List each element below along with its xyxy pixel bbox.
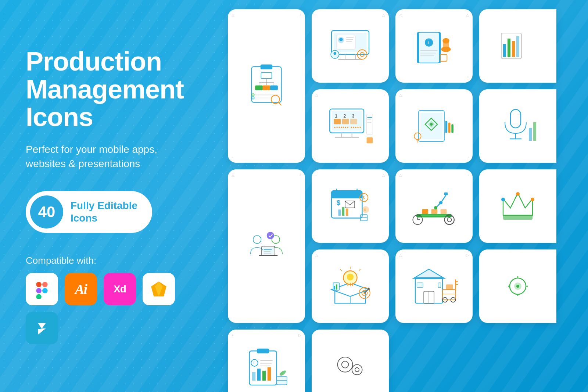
svg-point-34 (339, 38, 343, 41)
svg-text:i: i (427, 40, 429, 45)
svg-rect-0 (36, 282, 42, 287)
svg-point-81 (430, 123, 433, 126)
svg-rect-149 (334, 286, 335, 289)
svg-rect-187 (257, 369, 261, 381)
svg-rect-1 (42, 282, 48, 287)
illustrator-icon: Ai (65, 273, 97, 305)
svg-point-24 (252, 97, 254, 99)
svg-rect-57 (516, 36, 519, 57)
sketch-icon (143, 273, 175, 305)
svg-text:$: $ (362, 196, 365, 200)
svg-rect-162 (417, 283, 423, 288)
card-report-clipboard: + ▷ i (228, 330, 305, 392)
svg-point-125 (447, 218, 451, 222)
svg-point-51 (442, 38, 449, 44)
svg-rect-122 (431, 209, 438, 214)
svg-point-82 (414, 133, 421, 140)
app-icons-list: Ai Xd (26, 273, 187, 344)
svg-point-97 (267, 232, 274, 239)
card-monitor-profile: ◦ △ (312, 9, 389, 83)
svg-text:★★★: ★★★ (342, 126, 349, 129)
svg-rect-11 (261, 65, 273, 69)
svg-rect-103 (331, 194, 362, 198)
figma-icon (26, 273, 58, 305)
count-pill: 40 Fully Editable Icons (26, 191, 152, 233)
svg-rect-109 (342, 207, 345, 216)
svg-point-136 (516, 192, 520, 196)
svg-rect-68 (350, 119, 357, 125)
card-assembly-line: △ ◦ (395, 169, 473, 243)
card-microphone-partial (479, 89, 556, 163)
svg-text:$: $ (337, 199, 341, 206)
svg-rect-189 (268, 367, 271, 381)
svg-rect-52 (440, 54, 447, 61)
svg-marker-159 (413, 269, 444, 278)
svg-text:1: 1 (335, 114, 337, 119)
card-info-book: ◁ △ + i (395, 9, 473, 83)
svg-marker-134 (503, 193, 533, 215)
svg-line-146 (359, 269, 361, 271)
svg-rect-186 (252, 372, 255, 381)
svg-point-174 (516, 285, 519, 288)
svg-line-145 (340, 269, 342, 271)
card-analytics-partial (479, 9, 556, 83)
svg-text:i: i (254, 361, 255, 365)
count-number: 40 (38, 203, 55, 221)
svg-rect-3 (36, 294, 42, 299)
svg-rect-76 (367, 137, 373, 144)
svg-point-138 (531, 198, 534, 201)
compatible-title: Compatible with: (26, 255, 187, 266)
xd-icon: Xd (104, 273, 136, 305)
svg-rect-95 (263, 247, 274, 255)
svg-rect-54 (503, 44, 506, 57)
card-empty-5-2 (312, 330, 389, 392)
svg-rect-123 (441, 209, 447, 214)
subtitle-text: Perfect for your mobile apps,websites & … (26, 142, 187, 171)
card-budget-calendar: ◦ △ $ $ $ (312, 169, 389, 243)
svg-rect-90 (529, 128, 532, 141)
svg-point-192 (338, 357, 353, 372)
svg-rect-86 (451, 124, 453, 133)
svg-point-130 (434, 206, 437, 209)
card-team-meeting: △ + (228, 169, 305, 323)
svg-point-4 (42, 288, 48, 294)
svg-point-194 (352, 364, 362, 375)
svg-rect-18 (255, 85, 263, 90)
compatible-section: Compatible with: Ai Xd (26, 255, 187, 344)
card-org-chart: △ + ◦ (228, 9, 305, 163)
svg-rect-164 (442, 289, 455, 300)
svg-rect-67 (342, 119, 349, 125)
svg-rect-150 (336, 284, 337, 289)
svg-text:★★★★★: ★★★★★ (350, 126, 361, 129)
card-product-monitor: △ ◦ 1 2 3 ★★★★ ★★★ ★★★★★ (312, 89, 389, 163)
svg-line-26 (279, 103, 282, 105)
svg-rect-188 (262, 371, 266, 381)
svg-rect-126 (444, 193, 448, 195)
card-crown-partial (479, 169, 556, 243)
svg-text:★★★★: ★★★★ (334, 126, 343, 129)
svg-rect-85 (448, 123, 451, 133)
svg-rect-19 (262, 85, 270, 90)
svg-rect-56 (512, 41, 515, 57)
svg-point-193 (342, 361, 349, 368)
svg-rect-91 (533, 122, 536, 141)
svg-rect-12 (261, 72, 272, 78)
svg-point-129 (439, 201, 442, 204)
svg-rect-55 (508, 39, 510, 57)
card-idea-lightbulb: △ + (312, 249, 389, 323)
count-circle: 40 (30, 195, 63, 229)
svg-point-141 (347, 274, 354, 281)
svg-point-137 (501, 198, 505, 201)
svg-point-41 (334, 52, 336, 55)
svg-rect-43 (419, 32, 439, 63)
card-partial-4 (479, 249, 556, 323)
svg-text:2: 2 (343, 114, 346, 119)
svg-rect-180 (257, 349, 269, 353)
card-warehouse: △ ▷ (395, 249, 473, 323)
svg-rect-110 (346, 209, 348, 216)
svg-point-44 (425, 39, 433, 47)
count-label: Fully Editable Icons (71, 199, 137, 224)
svg-rect-84 (445, 121, 448, 133)
svg-rect-108 (338, 209, 341, 216)
page-title: Production Management Icons (26, 48, 187, 131)
